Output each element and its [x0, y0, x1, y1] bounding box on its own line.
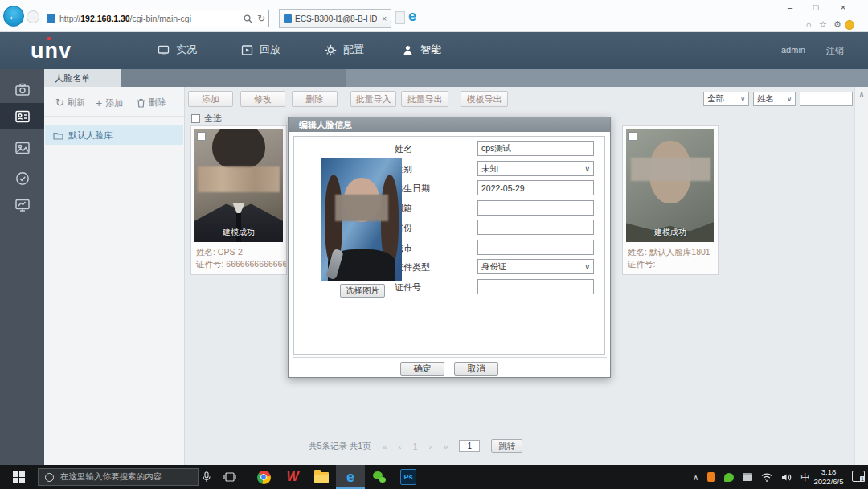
library-refresh-button[interactable]: ↻ 刷新 — [55, 97, 85, 109]
cancel-button[interactable]: 取消 — [454, 362, 498, 376]
search-input[interactable] — [800, 92, 853, 106]
id-number-input[interactable] — [477, 279, 594, 294]
city-input[interactable] — [477, 240, 594, 255]
add-button[interactable]: 添加 — [188, 91, 233, 107]
choose-image-button[interactable]: 选择图片 — [340, 284, 385, 298]
taskbar-app-explorer[interactable] — [307, 465, 336, 489]
prev-page-icon[interactable]: ‹ — [399, 442, 402, 451]
window-close-button[interactable]: × — [833, 1, 854, 14]
face-card[interactable]: 建模成功 姓名: CPS-2 证件号: 6666666666666... — [190, 125, 287, 275]
new-tab-button[interactable] — [395, 11, 405, 24]
feedback-smiley-icon[interactable] — [845, 20, 854, 30]
taskbar-app-chrome[interactable] — [249, 465, 278, 489]
start-button[interactable] — [0, 465, 37, 489]
taskbar-app-wechat[interactable] — [365, 465, 394, 489]
check-circle-icon — [14, 170, 31, 187]
rail-item-face-list[interactable] — [0, 103, 44, 129]
tray-window-icon[interactable] — [743, 473, 752, 481]
field-select[interactable]: 姓名 ∨ — [753, 92, 796, 106]
card-checkbox[interactable] — [197, 132, 206, 141]
face-photo: 建模成功 — [194, 129, 283, 242]
trash-icon — [137, 98, 145, 108]
star-icon: ☆ — [819, 19, 827, 29]
province-input[interactable] — [477, 220, 594, 235]
tab-favicon — [284, 14, 292, 23]
pagination-bar: 共5条记录 共1页 « ‹ 1 › » 跳转 — [309, 439, 522, 453]
browser-back-button[interactable]: ← — [3, 6, 24, 27]
library-item-label: 默认人脸库 — [68, 129, 113, 142]
face-card[interactable]: 建模成功 姓名: 默认人脸库1801 证件号: — [622, 125, 719, 275]
nav-item-intelligence[interactable]: 智能 — [402, 43, 441, 57]
nav-item-live[interactable]: 实况 — [158, 43, 197, 57]
nav-item-config[interactable]: 配置 — [325, 43, 364, 57]
vertical-scrollbar[interactable]: ∧ — [854, 87, 868, 465]
browser-forward-button[interactable]: → — [27, 10, 39, 23]
taskbar-app-wps[interactable]: W — [278, 465, 307, 489]
tab-close-icon[interactable]: × — [382, 14, 387, 23]
rail-item-snapshot[interactable] — [0, 76, 44, 103]
dialog-titlebar[interactable]: 编辑人脸信息 — [289, 117, 610, 132]
ok-button[interactable]: 确定 — [400, 362, 444, 376]
id-type-select[interactable]: 身份证 ∨ — [477, 259, 594, 274]
microphone-icon[interactable] — [203, 471, 211, 483]
window-minimize-button[interactable]: – — [780, 1, 800, 14]
home-icon: ⌂ — [806, 19, 812, 29]
monitor-stats-icon — [14, 196, 31, 214]
library-delete-button[interactable]: 删除 — [137, 97, 166, 109]
logout-link[interactable]: 注销 — [826, 45, 844, 57]
chevron-down-icon: ∨ — [787, 96, 792, 103]
tray-expand-icon[interactable]: ∧ — [693, 473, 698, 482]
taskbar-search-box[interactable]: 在这里输入你要搜索的内容 — [38, 468, 199, 486]
action-center-icon[interactable]: 1 — [852, 471, 865, 482]
batch-export-button[interactable]: 批量导出 — [401, 91, 448, 107]
scroll-up-icon[interactable]: ∧ — [859, 90, 865, 98]
birthdate-input[interactable] — [477, 180, 594, 195]
library-divider — [44, 116, 184, 117]
gear-icon: ⚙ — [833, 19, 841, 29]
windows-logo-icon — [13, 471, 25, 483]
name-input[interactable] — [477, 141, 594, 156]
settings-button[interactable]: ⚙ — [831, 18, 844, 30]
gender-select[interactable]: 未知 ∨ — [477, 161, 594, 176]
first-page-icon[interactable]: « — [383, 442, 387, 451]
card-checkbox[interactable] — [628, 132, 637, 141]
modify-button[interactable]: 修改 — [240, 91, 285, 107]
page-jump-input[interactable] — [459, 440, 480, 452]
face-blur-bar — [198, 166, 279, 192]
page-number[interactable]: 1 — [412, 442, 417, 451]
tab-face-list[interactable]: 人脸名单 — [44, 69, 121, 87]
rail-item-photos[interactable] — [0, 134, 44, 161]
rail-item-statistics[interactable] — [0, 191, 44, 218]
nav-item-playback[interactable]: 回放 — [241, 43, 280, 57]
forward-icon: → — [30, 13, 37, 21]
favorites-button[interactable]: ☆ — [817, 18, 829, 30]
taskbar-app-ie[interactable]: e — [336, 465, 365, 489]
address-bar[interactable]: http://192.168.1.30/cgi-bin/main-cgi ↻ — [43, 10, 269, 27]
task-view-button[interactable] — [215, 465, 244, 489]
taskbar-clock[interactable]: 3:18 2022/6/5 — [808, 467, 850, 487]
last-page-icon[interactable]: » — [443, 442, 448, 451]
refresh-icon[interactable]: ↻ — [257, 13, 265, 24]
delete-button[interactable]: 删除 — [292, 91, 338, 107]
rail-item-tasks[interactable] — [0, 165, 44, 191]
select-all-checkbox[interactable] — [191, 114, 200, 123]
field-select-value: 姓名 — [757, 93, 774, 105]
library-add-button[interactable]: + 添加 — [96, 97, 123, 109]
scope-select[interactable]: 全部 ∨ — [703, 92, 749, 106]
browser-tab[interactable]: ECS-B300-I1@8-B-HD × — [279, 9, 391, 28]
wifi-icon[interactable] — [761, 473, 772, 482]
module-rail — [0, 69, 44, 465]
nationality-input[interactable] — [477, 200, 594, 216]
page-jump-button[interactable]: 跳转 — [491, 439, 522, 453]
taskbar-app-photoshop[interactable]: Ps — [394, 465, 423, 489]
tray-app-icon-orange[interactable] — [707, 472, 715, 482]
batch-import-button[interactable]: 批量导入 — [350, 91, 396, 107]
template-export-button[interactable]: 模板导出 — [461, 91, 508, 107]
next-page-icon[interactable]: › — [429, 442, 432, 451]
volume-icon[interactable] — [781, 473, 792, 482]
home-button[interactable]: ⌂ — [802, 18, 815, 30]
window-maximize-button[interactable]: □ — [805, 1, 826, 14]
tray-wechat-icon[interactable] — [724, 473, 734, 482]
library-item-default[interactable]: 默认人脸库 — [45, 125, 183, 145]
search-icon[interactable] — [244, 14, 252, 23]
